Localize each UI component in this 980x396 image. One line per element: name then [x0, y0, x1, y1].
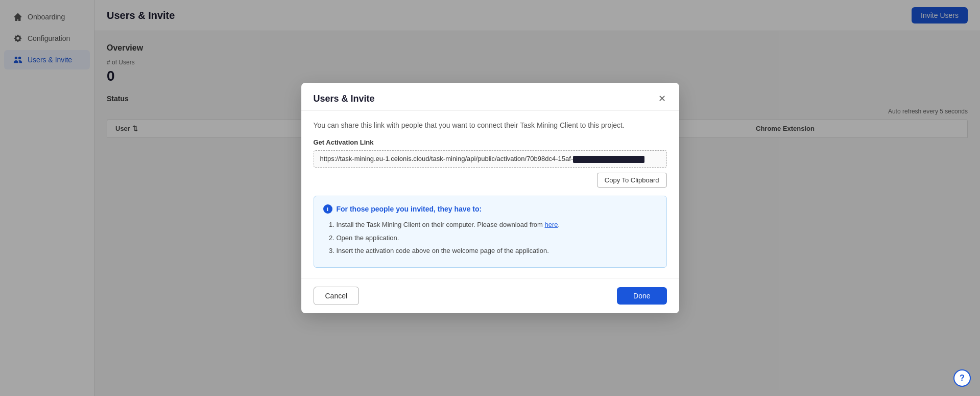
- modal-overlay: Users & Invite ✕ You can share this link…: [0, 0, 980, 396]
- activation-link-row: https://task-mining.eu-1.celonis.cloud/t…: [314, 150, 667, 168]
- activation-link-label: Get Activation Link: [314, 138, 667, 146]
- info-icon: i: [323, 204, 332, 214]
- here-link[interactable]: here: [545, 221, 558, 228]
- copy-btn-row: Copy To Clipboard: [314, 173, 667, 188]
- modal: Users & Invite ✕ You can share this link…: [301, 83, 679, 313]
- info-box-title: For those people you invited, they have …: [337, 205, 482, 213]
- info-box: i For those people you invited, they hav…: [314, 196, 667, 268]
- modal-body: You can share this link with people that…: [301, 111, 679, 277]
- info-box-header: i For those people you invited, they hav…: [323, 204, 657, 214]
- help-button[interactable]: ?: [953, 369, 971, 387]
- cancel-button[interactable]: Cancel: [314, 287, 360, 305]
- activation-link-text: https://task-mining.eu-1.celonis.cloud/t…: [320, 155, 660, 163]
- modal-title: Users & Invite: [314, 94, 375, 104]
- info-step-1: Install the Task Mining Client on their …: [337, 220, 657, 230]
- done-button[interactable]: Done: [617, 287, 666, 305]
- modal-close-button[interactable]: ✕: [657, 93, 667, 104]
- modal-description: You can share this link with people that…: [314, 121, 667, 129]
- info-step-3: Insert the activation code above on the …: [337, 246, 657, 256]
- modal-header: Users & Invite ✕: [301, 83, 679, 111]
- modal-footer: Cancel Done: [301, 278, 679, 313]
- link-redacted: [573, 156, 644, 163]
- info-step-2: Open the application.: [337, 233, 657, 243]
- info-steps: Install the Task Mining Client on their …: [323, 220, 657, 256]
- copy-to-clipboard-button[interactable]: Copy To Clipboard: [597, 173, 667, 188]
